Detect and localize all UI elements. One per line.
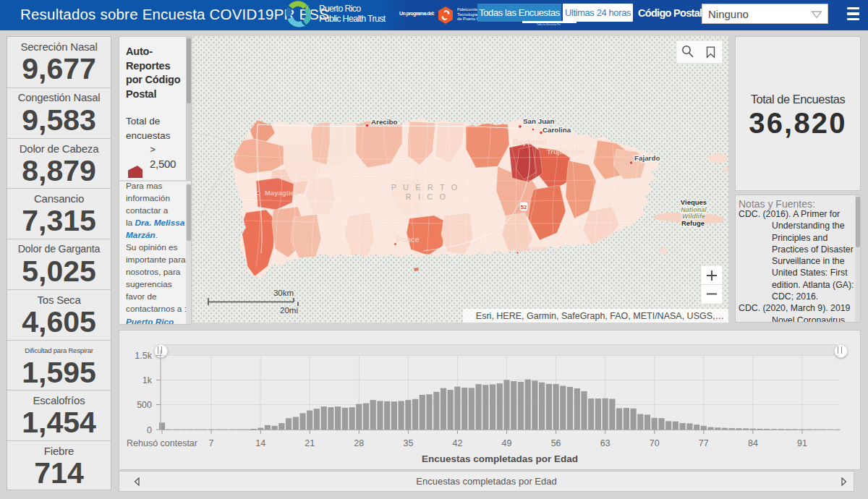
svg-text:Encuestas completadas por Edad: Encuestas completadas por Edad: [422, 453, 578, 464]
svg-text:Vieques: Vieques: [681, 198, 707, 206]
svg-text:1k: 1k: [142, 375, 153, 385]
svg-text:500: 500: [137, 400, 152, 410]
svg-text:Rehusó contestar: Rehusó contestar: [127, 438, 197, 448]
svg-text:Arecibo: Arecibo: [371, 118, 397, 126]
svg-text:7: 7: [209, 438, 214, 448]
svg-text:Refuge: Refuge: [681, 219, 705, 227]
svg-text:21: 21: [305, 438, 315, 448]
svg-text:14: 14: [255, 438, 265, 448]
svg-text:91: 91: [797, 438, 807, 448]
svg-text:28: 28: [354, 438, 364, 448]
svg-text:49: 49: [502, 438, 512, 448]
svg-text:42: 42: [452, 438, 462, 448]
svg-text:San Juan: San Juan: [523, 117, 555, 125]
svg-text:84: 84: [748, 438, 758, 448]
svg-text:35: 35: [403, 438, 413, 448]
svg-text:20mi: 20mi: [280, 306, 298, 315]
svg-text:P U E R T O: P U E R T O: [391, 183, 460, 192]
svg-text:1.5k: 1.5k: [135, 351, 152, 361]
svg-text:0: 0: [147, 425, 152, 435]
svg-text:52: 52: [521, 204, 527, 210]
svg-text:63: 63: [600, 438, 610, 448]
svg-text:Guayama: Guayama: [514, 244, 546, 252]
svg-text:Trujillo Alto: Trujillo Alto: [547, 148, 584, 155]
svg-text:70: 70: [650, 438, 660, 448]
svg-text:Bayamón: Bayamón: [513, 137, 547, 146]
svg-text:National: National: [681, 206, 707, 213]
svg-text:30km: 30km: [273, 289, 294, 297]
svg-text:Ponce: Ponce: [396, 235, 420, 244]
svg-text:77: 77: [699, 438, 709, 448]
svg-text:Fajardo: Fajardo: [634, 154, 660, 162]
svg-text:R I C O: R I C O: [406, 192, 448, 201]
svg-text:Mayagüez: Mayagüez: [265, 189, 298, 197]
svg-text:Esri, HERE, Garmin, SafeGraph,: Esri, HERE, Garmin, SafeGraph, FAO, METI…: [476, 311, 724, 321]
svg-text:56: 56: [551, 438, 561, 448]
svg-text:Carolina: Carolina: [542, 126, 571, 134]
